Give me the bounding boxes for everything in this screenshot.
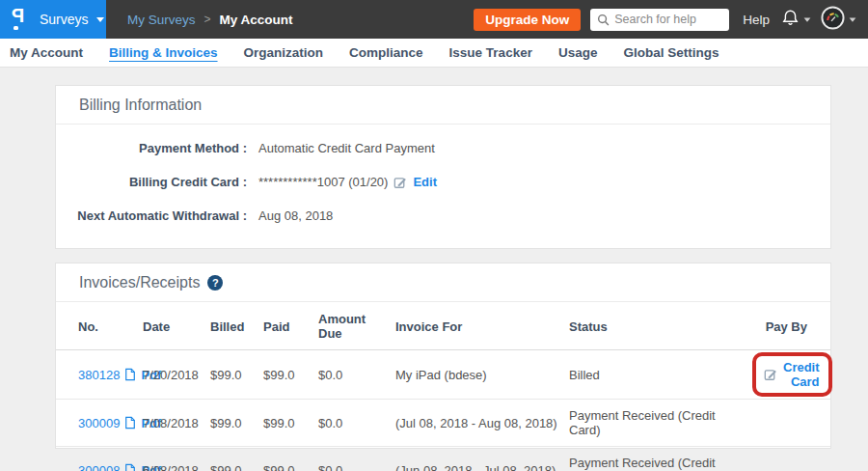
col-header-pay-by: Pay By [752, 302, 830, 350]
col-header-invoice-for: Invoice For [395, 302, 569, 350]
tab-compliance[interactable]: Compliance [349, 45, 423, 60]
invoice-number-link[interactable]: 380128 [78, 368, 120, 382]
invoice-date: 7/20/2018 [143, 350, 210, 400]
help-search[interactable] [590, 9, 729, 31]
invoice-for: My iPad (bdese) [395, 350, 569, 400]
col-header-billed: Billed [210, 302, 263, 350]
help-link[interactable]: Help [743, 13, 770, 27]
invoice-number-link[interactable]: 300008 [78, 463, 120, 471]
account-menu-button[interactable] [821, 6, 856, 34]
tab-organization[interactable]: Organization [244, 45, 324, 60]
search-icon [597, 14, 610, 26]
upgrade-now-button[interactable]: Upgrade Now [474, 9, 581, 31]
invoice-paid: $99.0 [263, 447, 318, 471]
invoice-paid: $99.0 [263, 400, 318, 447]
tab-my-account[interactable]: My Account [10, 45, 83, 60]
col-header-status: Status [569, 302, 752, 350]
product-switcher[interactable]: P Surveys [0, 0, 106, 39]
edit-pencil-icon [764, 368, 777, 381]
pdf-file-icon [124, 416, 136, 429]
chevron-down-icon [804, 17, 811, 21]
billing-information-card: Billing Information Payment Method : Aut… [55, 85, 831, 249]
pay-by-credit-card-link[interactable]: Credit Card [783, 360, 820, 389]
pdf-file-icon [124, 368, 136, 381]
col-header-amount-due: Amount Due [318, 302, 395, 350]
breadcrumb-current: My Account [220, 13, 293, 27]
invoices-receipts-card: Invoices/Receipts ? No. Date Billed Paid… [55, 263, 831, 449]
invoice-status: Payment Received (Credit Card) [569, 400, 752, 447]
questionpro-logo-icon: P [12, 8, 31, 31]
invoice-pay-by [752, 447, 830, 471]
tab-billing-invoices[interactable]: Billing & Invoices [109, 45, 218, 60]
billing-card-title: Billing Information [79, 97, 202, 114]
help-icon[interactable]: ? [207, 275, 223, 291]
col-header-date: Date [143, 302, 210, 350]
next-withdrawal-label: Next Automatic Withdrawal : [56, 208, 247, 223]
invoice-amount-due: $0.0 [318, 447, 395, 471]
invoice-status: Payment Received (Credit Card) [569, 447, 752, 471]
table-header-row: No. Date Billed Paid Amount Due Invoice … [56, 302, 830, 350]
invoices-table: No. Date Billed Paid Amount Due Invoice … [56, 302, 830, 471]
search-input[interactable] [614, 13, 722, 26]
bell-icon [781, 9, 800, 31]
tab-usage[interactable]: Usage [558, 45, 598, 60]
invoice-number-link[interactable]: 300009 [78, 416, 120, 430]
edit-credit-card-link[interactable]: Edit [413, 175, 437, 189]
breadcrumb-my-surveys[interactable]: My Surveys [127, 13, 196, 27]
invoice-for: (Jun 08, 2018 - Jul 08, 2018) [395, 447, 569, 471]
col-header-paid: Paid [263, 302, 318, 350]
billing-credit-card-value: ************1007 (01/20) [258, 175, 388, 189]
invoice-for: (Jul 08, 2018 - Aug 08, 2018) [395, 400, 569, 447]
product-name: Surveys [40, 12, 89, 27]
invoice-billed: $99.0 [210, 447, 263, 471]
avatar [821, 6, 845, 34]
table-row: 380128 Pdf 7/20/2018 $99.0 $99.0 $0.0 My… [56, 350, 830, 400]
table-row: 300009 Pdf 7/08/2018 $99.0 $99.0 $0.0 (J… [56, 400, 830, 447]
invoice-date: 7/08/2018 [143, 400, 210, 447]
invoice-status: Billed [569, 350, 752, 400]
payment-method-row: Payment Method : Automatic Credit Card P… [56, 141, 830, 155]
edit-pencil-icon [393, 176, 407, 189]
chevron-down-icon [96, 17, 104, 22]
invoices-card-title: Invoices/Receipts [79, 274, 200, 291]
billing-credit-card-label: Billing Credit Card : [56, 175, 247, 189]
invoice-date: 6/08/2018 [143, 447, 210, 471]
tab-global-settings[interactable]: Global Settings [623, 45, 719, 60]
invoice-paid: $99.0 [263, 350, 318, 400]
pdf-file-icon [124, 463, 136, 471]
invoice-amount-due: $0.0 [318, 400, 395, 447]
highlight-annotation: Credit Card [752, 352, 832, 397]
next-withdrawal-row: Next Automatic Withdrawal : Aug 08, 2018 [56, 208, 830, 223]
invoice-billed: $99.0 [210, 350, 263, 400]
account-nav-tabs: My Account Billing & Invoices Organizati… [0, 39, 868, 68]
invoice-billed: $99.0 [210, 400, 263, 447]
notifications-button[interactable] [781, 9, 811, 31]
payment-method-label: Payment Method : [56, 141, 247, 155]
invoice-amount-due: $0.0 [318, 350, 395, 400]
next-withdrawal-value: Aug 08, 2018 [258, 208, 333, 223]
top-bar: P Surveys My Surveys > My Account Upgrad… [0, 0, 868, 39]
payment-method-value: Automatic Credit Card Payment [258, 141, 435, 155]
table-row: 300008 Pdf 6/08/2018 $99.0 $99.0 $0.0 (J… [56, 447, 830, 471]
invoice-pay-by [752, 400, 830, 447]
breadcrumb: My Surveys > My Account [127, 13, 293, 27]
tab-issue-tracker[interactable]: Issue Tracker [449, 45, 532, 60]
col-header-no: No. [56, 302, 143, 350]
billing-credit-card-row: Billing Credit Card : ************1007 (… [56, 175, 830, 189]
chevron-down-icon [850, 17, 856, 21]
breadcrumb-separator-icon: > [204, 13, 211, 26]
